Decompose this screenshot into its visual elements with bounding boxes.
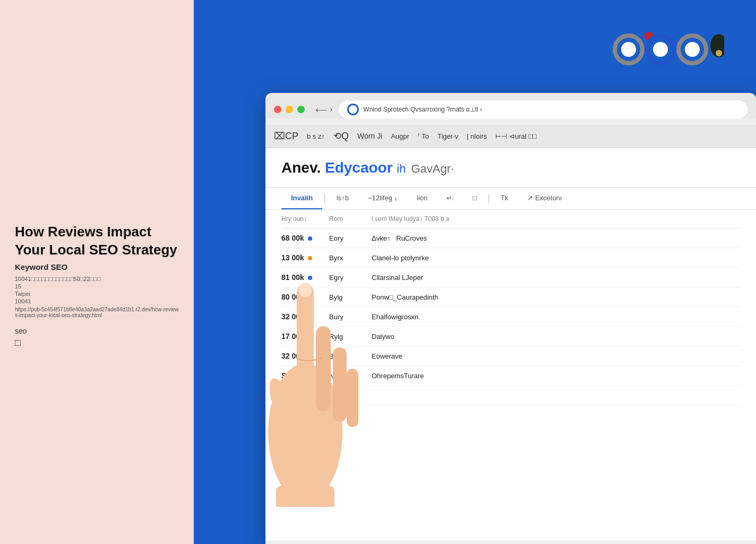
tl-yellow[interactable] <box>286 106 293 113</box>
col-header-trend: Roro <box>329 215 372 223</box>
tab-tk[interactable]: Tk <box>491 188 518 209</box>
toolbar-item-nloirs[interactable]: | nloirs <box>467 132 487 140</box>
tab-sep-1: | <box>322 193 327 204</box>
tab-lstb[interactable]: ls↑b <box>327 188 358 209</box>
svg-point-15 <box>299 283 312 298</box>
row-volume: 68 00k <box>281 234 329 242</box>
svg-rect-16 <box>276 486 334 507</box>
address-text: Wnind Sprotech Qvsarroxing ?rnats α⊥tl › <box>363 106 482 113</box>
nav-arrows: ⟵ › <box>315 105 332 115</box>
tab-sep-2: | <box>486 193 491 204</box>
row-keyword: Eowerave <box>372 352 740 360</box>
dot-blue <box>308 236 312 241</box>
row-keyword: Ehalfowigrosxn <box>372 313 740 321</box>
seo-icon: □ <box>15 337 179 348</box>
seo-label: seo <box>15 327 179 335</box>
svg-rect-12 <box>333 347 347 422</box>
tab-exceton[interactable]: ↗ Excetonı <box>518 188 571 209</box>
nav-back[interactable]: ⟵ <box>315 105 328 115</box>
browser-chrome: ⟵ › Wnind Sprotech Qvsarroxing ?rnats α⊥… <box>265 93 756 118</box>
svg-point-4 <box>653 42 668 57</box>
toolbar-item-kural[interactable]: ⊢⊣ ⊲ural □□ <box>495 132 537 140</box>
keyword-label: Keyword SEO <box>15 262 179 271</box>
hand-overlay <box>247 252 396 544</box>
tl-red[interactable] <box>274 106 281 113</box>
left-panel: How Reviews Impact Your Local SEO Strate… <box>0 0 194 544</box>
svg-rect-11 <box>316 326 331 411</box>
meta-line-1: 10041□□□□□□□□□□□□50□22□□□ <box>15 276 179 282</box>
table-header: Hry oun↕ Roro l sem IMey iudya↓ T003 b a <box>281 210 740 228</box>
toolbar-item-2[interactable]: ⟲Q <box>333 130 349 142</box>
svg-point-1 <box>621 42 636 57</box>
col-header-volume: Hry oun↕ <box>281 215 329 223</box>
toolbar-item-tiger[interactable]: Tiger·v <box>437 132 458 140</box>
col-header-results: l sem IMey iudya↓ T003 b a <box>372 215 740 223</box>
svg-point-6 <box>685 42 700 57</box>
toolbar-item-0[interactable]: ⌧CP <box>274 130 298 142</box>
address-circle-icon <box>347 104 359 115</box>
svg-point-8 <box>716 50 722 56</box>
svg-rect-13 <box>347 369 358 427</box>
row-trend: Eory <box>329 234 372 242</box>
row-keyword: Δvke↑ RuCroves <box>372 234 740 242</box>
meta-line-4: 10041 <box>15 298 179 304</box>
tabs-row: Invalih | ls↑b ~12lifeg ↓ lion ↵ᵢ □ | Tk… <box>265 188 756 210</box>
svg-rect-10 <box>297 284 314 379</box>
traffic-lights <box>274 106 305 113</box>
tab-invalih[interactable]: Invalih <box>281 188 322 209</box>
article-url: https://pub-5c454f571b8e40a3a2aad27ade84… <box>15 307 179 318</box>
tab-lifeg[interactable]: ~12lifeg ↓ <box>358 188 407 209</box>
address-bar[interactable]: Wnind Sprotech Qvsarroxing ?rnats α⊥tl › <box>339 100 748 118</box>
row-keyword: Dalywo <box>372 333 740 341</box>
browser-toolbar: ⌧CP b s z↑ ⟲Q Worn Ji Augpr ᶠ To Tiger·v… <box>265 125 756 148</box>
logo-svg <box>613 26 724 68</box>
tab-arrow[interactable]: ↵ᵢ <box>437 188 463 209</box>
row-keyword: Ponw□_Caurapedinth <box>372 293 740 301</box>
toolbar-item-augpr[interactable]: Augpr <box>391 132 409 140</box>
page-header: Anev. Edycaoor ih GavAgr· <box>265 148 756 188</box>
row-keyword: Cllarsinal LJeper <box>372 274 740 282</box>
meta-line-2: 15 <box>15 283 179 290</box>
tab-box[interactable]: □ <box>463 188 486 209</box>
row-keyword: Clanel-lo ptolynrke <box>372 254 740 262</box>
logo-cluster <box>613 26 724 68</box>
row-keyword: OhrepemsTurare <box>372 372 740 380</box>
article-title: How Reviews Impact Your Local SEO Strate… <box>15 223 179 259</box>
nav-forward[interactable]: › <box>330 105 332 115</box>
hand-svg <box>247 252 364 507</box>
top-bar <box>194 0 756 93</box>
page-subtitle: GavAgr· <box>411 162 454 176</box>
toolbar-item-te[interactable]: ᶠ To <box>418 132 429 140</box>
page-title-row: Anev. Edycaoor ih GavAgr· <box>281 159 740 176</box>
page-main-title: Anev. Edycaoor ih <box>281 159 406 176</box>
tl-green[interactable] <box>297 106 305 113</box>
toolbar-item-worn[interactable]: Worn Ji <box>357 132 382 140</box>
page-title-accent: Edycaoor <box>325 159 393 176</box>
toolbar-item-1[interactable]: b s z↑ <box>307 132 325 140</box>
page-title-ih: ih <box>397 162 406 175</box>
meta-line-3: Taipei <box>15 291 179 297</box>
right-panel: ⟵ › Wnind Sprotech Qvsarroxing ?rnats α⊥… <box>194 0 756 544</box>
table-row: 68 00k Eory Δvke↑ RuCroves <box>281 228 740 248</box>
tab-lion[interactable]: lion <box>407 188 437 209</box>
browser-topbar: ⟵ › Wnind Sprotech Qvsarroxing ?rnats α⊥… <box>274 100 748 118</box>
